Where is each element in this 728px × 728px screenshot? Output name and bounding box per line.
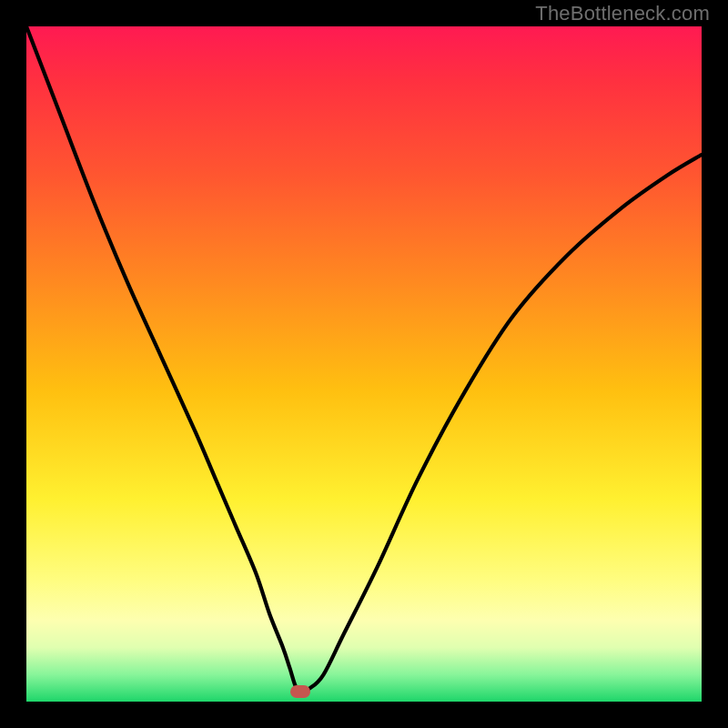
chart-frame: TheBottleneck.com [0,0,728,728]
bottleneck-curve [26,26,702,702]
watermark-text: TheBottleneck.com [535,2,710,25]
optimum-marker [290,685,310,698]
plot-area [26,26,702,702]
